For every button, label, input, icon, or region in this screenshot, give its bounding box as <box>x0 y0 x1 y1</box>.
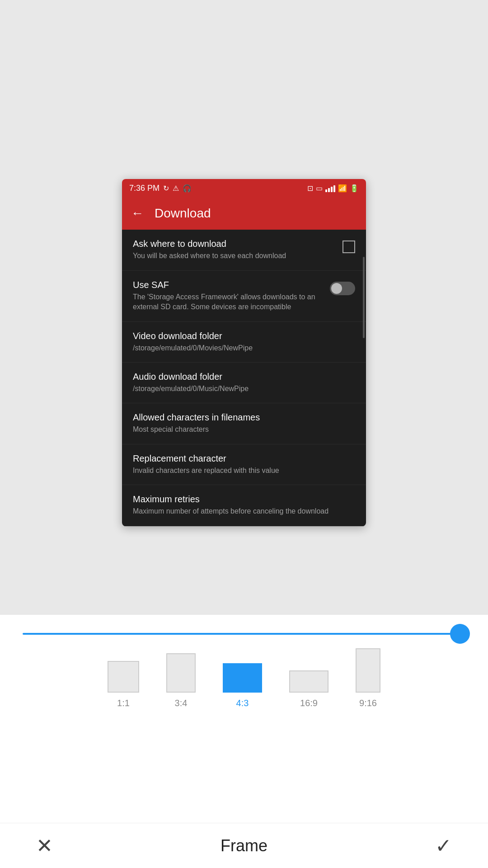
setting-max-retries-text: Maximum retries Maximum number of attemp… <box>133 494 355 516</box>
aspect-label-1-1: 1:1 <box>117 698 130 708</box>
warning-icon: ⚠ <box>173 184 179 193</box>
action-bar: ✕ Frame ✓ <box>0 823 488 868</box>
status-right: ⊡ ▭ 📶 🔋 <box>307 184 359 193</box>
setting-replacement-char-title: Replacement character <box>133 453 355 464</box>
aspect-label-3-4: 3:4 <box>175 698 188 708</box>
setting-allowed-chars[interactable]: Allowed characters in filenames Most spe… <box>122 403 366 444</box>
toggle-off[interactable] <box>330 282 355 295</box>
settings-container: Ask where to download You will be asked … <box>122 230 366 526</box>
aspect-box-4-3 <box>223 663 262 693</box>
setting-audio-folder[interactable]: Audio download folder /storage/emulated/… <box>122 363 366 403</box>
refresh-icon: ↻ <box>163 184 169 193</box>
checkbox-unchecked[interactable] <box>343 241 355 253</box>
slider-thumb[interactable] <box>450 624 470 644</box>
aspect-box-1-1 <box>108 661 139 693</box>
ask-where-checkbox[interactable] <box>343 241 355 253</box>
setting-audio-folder-subtitle: /storage/emulated/0/Music/NewPipe <box>133 384 355 394</box>
setting-use-saf[interactable]: Use SAF The 'Storage Access Framework' a… <box>122 271 366 322</box>
aspect-ratio-9-16[interactable]: 9:16 <box>356 648 380 708</box>
setting-allowed-chars-text: Allowed characters in filenames Most spe… <box>133 412 355 434</box>
battery-saver-icon: ▭ <box>316 184 323 193</box>
aspect-ratio-options: 1:1 3:4 4:3 16:9 9:16 <box>0 648 488 717</box>
aspect-ratio-4-3[interactable]: 4:3 <box>223 663 262 708</box>
slider-track[interactable] <box>23 633 465 635</box>
setting-max-retries-subtitle: Maximum number of attempts before cancel… <box>133 506 355 516</box>
slider-container[interactable] <box>0 615 488 648</box>
setting-ask-where-subtitle: You will be asked where to save each dow… <box>133 251 335 261</box>
setting-use-saf-subtitle: The 'Storage Access Framework' allows do… <box>133 292 323 312</box>
phone-frame: 7:36 PM ↻ ⚠ 🎧 ⊡ ▭ 📶 🔋 <box>122 179 366 526</box>
canvas-area: 7:36 PM ↻ ⚠ 🎧 ⊡ ▭ 📶 🔋 <box>0 0 488 705</box>
saf-toggle[interactable] <box>330 282 355 295</box>
frame-title: Frame <box>221 836 267 855</box>
headset-icon: 🎧 <box>183 184 192 193</box>
setting-use-saf-text: Use SAF The 'Storage Access Framework' a… <box>133 280 323 312</box>
status-left: 7:36 PM ↻ ⚠ 🎧 <box>129 184 192 193</box>
signal-icon <box>325 184 335 192</box>
setting-max-retries-title: Maximum retries <box>133 494 355 505</box>
setting-ask-where-text: Ask where to download You will be asked … <box>133 239 335 261</box>
setting-ask-where[interactable]: Ask where to download You will be asked … <box>122 230 366 270</box>
confirm-button[interactable]: ✓ <box>435 834 452 857</box>
back-button[interactable]: ← <box>131 206 144 221</box>
wifi-icon: 📶 <box>338 184 347 193</box>
setting-allowed-chars-subtitle: Most special characters <box>133 425 355 434</box>
setting-video-folder-text: Video download folder /storage/emulated/… <box>133 331 355 353</box>
setting-ask-where-title: Ask where to download <box>133 239 335 249</box>
toggle-thumb <box>331 283 342 294</box>
aspect-label-9-16: 9:16 <box>359 698 377 708</box>
app-bar: ← Download <box>122 197 366 230</box>
setting-allowed-chars-title: Allowed characters in filenames <box>133 412 355 423</box>
bottom-toolbar: 1:1 3:4 4:3 16:9 9:16 ✕ Frame ✓ <box>0 615 488 868</box>
setting-replacement-char-subtitle: Invalid characters are replaced with thi… <box>133 466 355 476</box>
scrollbar-indicator <box>363 257 365 338</box>
setting-replacement-char-text: Replacement character Invalid characters… <box>133 453 355 476</box>
aspect-label-4-3: 4:3 <box>236 698 249 708</box>
settings-list: Ask where to download You will be asked … <box>122 230 366 526</box>
aspect-label-16-9: 16:9 <box>300 698 318 708</box>
aspect-box-9-16 <box>356 648 380 693</box>
aspect-box-3-4 <box>166 653 196 693</box>
aspect-ratio-1-1[interactable]: 1:1 <box>108 661 139 708</box>
aspect-ratio-3-4[interactable]: 3:4 <box>166 653 196 708</box>
app-bar-title: Download <box>155 206 211 221</box>
setting-audio-folder-text: Audio download folder /storage/emulated/… <box>133 372 355 394</box>
cast-icon: ⊡ <box>307 184 313 193</box>
setting-video-folder-subtitle: /storage/emulated/0/Movies/NewPipe <box>133 343 355 353</box>
setting-video-folder[interactable]: Video download folder /storage/emulated/… <box>122 322 366 363</box>
time-display: 7:36 PM <box>129 184 160 193</box>
aspect-box-16-9 <box>289 670 328 693</box>
aspect-ratio-16-9[interactable]: 16:9 <box>289 670 328 708</box>
setting-video-folder-title: Video download folder <box>133 331 355 341</box>
cancel-button[interactable]: ✕ <box>36 834 53 857</box>
setting-replacement-char[interactable]: Replacement character Invalid characters… <box>122 444 366 485</box>
battery-icon: 🔋 <box>350 184 359 193</box>
setting-max-retries[interactable]: Maximum retries Maximum number of attemp… <box>122 485 366 526</box>
setting-audio-folder-title: Audio download folder <box>133 372 355 382</box>
status-bar: 7:36 PM ↻ ⚠ 🎧 ⊡ ▭ 📶 🔋 <box>122 179 366 197</box>
setting-use-saf-title: Use SAF <box>133 280 323 290</box>
